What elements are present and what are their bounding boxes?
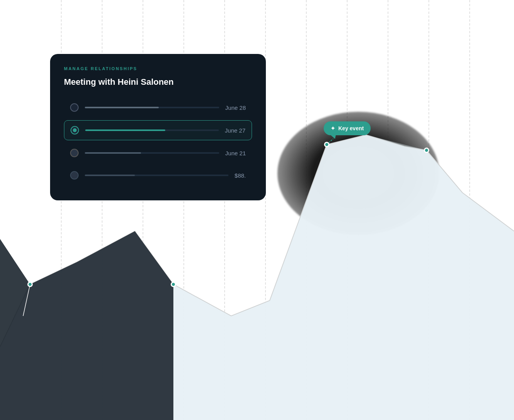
- svg-line-1: [23, 284, 30, 316]
- list-item-1[interactable]: June 28: [64, 98, 252, 117]
- progress-fill-4: [85, 175, 135, 176]
- chart-data-point-2: [171, 282, 176, 287]
- radio-btn-1[interactable]: [70, 103, 79, 112]
- progress-fill-3: [85, 152, 141, 154]
- card-subtitle: MANAGE RELATIONSHIPS: [64, 66, 252, 71]
- radio-btn-4[interactable]: [70, 171, 79, 180]
- key-event-label: Key event: [338, 125, 364, 131]
- list-item-2[interactable]: June 27: [64, 120, 252, 140]
- progress-bar-1: [85, 107, 219, 108]
- item-date-3: June 21: [225, 150, 246, 156]
- list-item-3[interactable]: June 21: [64, 143, 252, 163]
- progress-bar-4: [85, 175, 228, 176]
- chart-data-point-3: [324, 142, 329, 147]
- list-item-4[interactable]: $88.: [64, 166, 252, 185]
- manage-relationships-card: MANAGE RELATIONSHIPS Meeting with Heini …: [50, 54, 266, 200]
- radio-btn-2[interactable]: [71, 126, 79, 134]
- grid-line-v11: [469, 0, 470, 420]
- item-date-1: June 28: [225, 104, 246, 111]
- progress-bar-3: [85, 152, 219, 154]
- progress-fill-1: [85, 107, 159, 108]
- grid-line-v10: [428, 0, 429, 420]
- item-price-4: $88.: [235, 172, 246, 179]
- chart-data-point-1: [27, 282, 33, 287]
- card-title: Meeting with Heini Salonen: [64, 77, 252, 87]
- radio-btn-3[interactable]: [70, 149, 79, 157]
- sparkle-icon: ✦: [331, 125, 335, 131]
- progress-fill-2: [85, 129, 165, 131]
- progress-bar-2: [85, 129, 219, 131]
- key-event-badge[interactable]: ✦ Key event: [324, 121, 371, 135]
- chart-data-point-4: [424, 148, 429, 153]
- item-date-2: June 27: [225, 127, 245, 134]
